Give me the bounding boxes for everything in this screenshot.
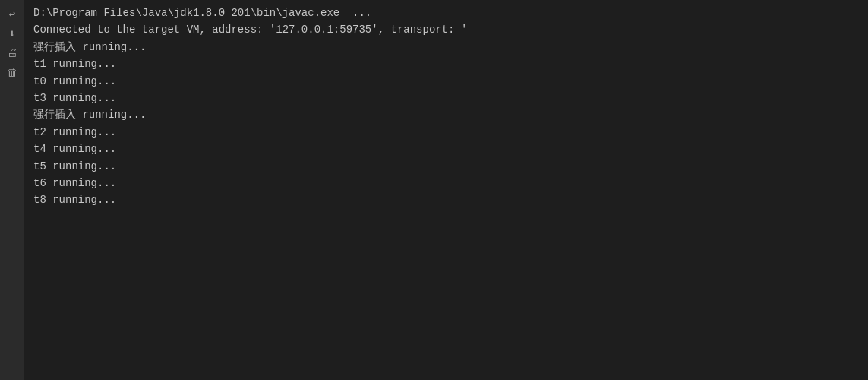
console-line-t6: t6 running... <box>33 175 859 192</box>
console-line-t8: t8 running... <box>33 192 859 208</box>
console-line-t1: t1 running... <box>33 55 859 72</box>
sidebar: ↩ ⬇ 🖨 🗑 <box>0 0 24 380</box>
arrow-left-icon[interactable]: ↩ <box>5 6 20 21</box>
console-line-t5: t5 running... <box>33 158 859 175</box>
console-line-forced-insert-1: 强行插入 running... <box>33 39 859 55</box>
console-line-t3: t3 running... <box>33 90 859 106</box>
console-line-path: D:\Program Files\Java\jdk1.8.0_201\bin\j… <box>33 5 859 21</box>
console-line-t2: t2 running... <box>33 124 859 141</box>
print-icon[interactable]: 🖨 <box>5 46 20 61</box>
console-line-t0: t0 running... <box>33 73 859 90</box>
download-icon[interactable]: ⬇ <box>5 26 20 41</box>
console-line-t4: t4 running... <box>33 141 859 157</box>
console-output: D:\Program Files\Java\jdk1.8.0_201\bin\j… <box>24 0 868 380</box>
console-line-forced-insert-2: 强行插入 running... <box>33 106 859 123</box>
delete-icon[interactable]: 🗑 <box>5 65 20 81</box>
console-line-connected: Connected to the target VM, address: '12… <box>33 21 859 38</box>
